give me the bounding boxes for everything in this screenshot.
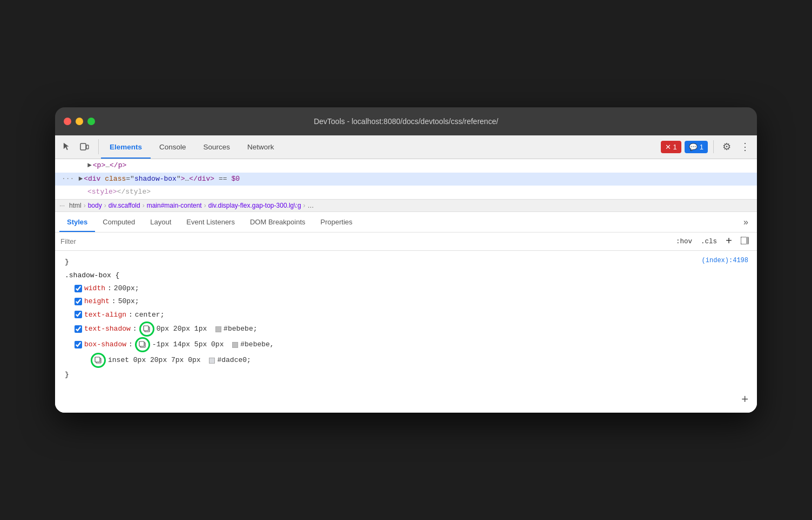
hover-filter-button[interactable]: :hov — [674, 237, 694, 247]
dom-expand-arrow[interactable]: ► — [78, 174, 83, 185]
css-prop-row-width[interactable]: width : 200px; — [64, 282, 748, 295]
css-prop-checkbox-text-align[interactable] — [75, 311, 82, 318]
settings-button[interactable]: ⚙ — [719, 139, 734, 154]
css-closing-brace: } — [64, 368, 748, 381]
css-prop-row-box-shadow[interactable]: box-shadow : -1px 14px 5px 0px #beb — [64, 337, 748, 368]
css-prop-name-text-shadow: text-shadow — [84, 323, 131, 335]
svg-rect-9 — [95, 357, 100, 362]
main-tab-bar: Elements Console Sources Network — [101, 135, 661, 159]
add-style-button[interactable]: + — [723, 234, 734, 249]
svg-rect-7 — [139, 341, 144, 346]
css-selector-row[interactable]: .shadow-box { — [64, 269, 748, 282]
tab-properties[interactable]: Properties — [313, 212, 360, 232]
css-prop-name-height: height — [84, 295, 110, 307]
css-prop-name-width: width — [84, 282, 105, 295]
dom-row-selected[interactable]: ··· ► <div class="shadow-box" > … </div>… — [55, 173, 757, 186]
css-prop-value-box-shadow-inset[interactable]: inset 0px 20px 7px 0px — [108, 354, 201, 366]
filter-bar: :hov .cls + — [55, 232, 757, 251]
tab-elements[interactable]: Elements — [101, 135, 151, 159]
breadcrumb-item-main[interactable]: main#main-content — [147, 202, 202, 209]
toolbar-icons — [59, 139, 99, 154]
css-area: (index):4198 } .shadow-box { width : 200… — [55, 251, 757, 413]
green-circle-box-shadow — [135, 337, 150, 352]
tab-layout[interactable]: Layout — [143, 212, 179, 232]
css-prop-value-text-shadow-color[interactable]: #bebebe; — [224, 323, 257, 335]
green-circle-box-shadow2 — [91, 353, 106, 368]
minimize-button[interactable] — [76, 118, 83, 125]
copy-icon-text-shadow-wrap[interactable] — [139, 321, 154, 337]
css-prop-value-box-shadow-nums1[interactable]: -1px 14px 5px 0px — [152, 338, 224, 351]
close-button[interactable] — [64, 118, 71, 125]
error-icon: ✕ — [665, 143, 671, 151]
css-prop-value-box-shadow-color1[interactable]: #bebebe, — [240, 338, 274, 351]
add-rule-button[interactable]: + — [741, 392, 748, 406]
filter-input[interactable] — [60, 237, 674, 245]
css-prop-value-height[interactable]: 50px; — [118, 295, 139, 307]
copy-icon-box-shadow-wrap[interactable] — [135, 337, 150, 352]
dom-row[interactable]: <style></style> — [55, 186, 757, 199]
tab-computed[interactable]: Computed — [95, 212, 143, 232]
breadcrumb-dots: ··· — [59, 202, 65, 209]
breadcrumb-item-div[interactable]: div.display-flex.gap-top-300.lg\:g — [208, 202, 301, 209]
svg-rect-5 — [144, 326, 148, 331]
css-prop-value-width[interactable]: 200px; — [114, 282, 139, 295]
filter-actions: :hov .cls + — [674, 234, 752, 249]
tab-styles[interactable]: Styles — [59, 212, 95, 232]
toolbar-divider — [713, 140, 714, 153]
chat-icon: 💬 — [689, 143, 698, 151]
css-prop-value-text-shadow-nums[interactable]: 0px 20px 1px — [157, 323, 207, 335]
css-prop-row-text-align[interactable]: text-align : center; — [64, 309, 748, 321]
color-swatch-box-shadow1[interactable] — [232, 342, 238, 348]
css-prop-checkbox-width[interactable] — [75, 285, 82, 292]
maximize-button[interactable] — [87, 118, 95, 125]
css-selector: .shadow-box { — [65, 269, 119, 282]
css-prop-name-text-align: text-align — [84, 309, 126, 321]
css-prop-row-box-shadow-line2: inset 0px 20px 7px 0px #dadce0; — [64, 353, 748, 368]
css-prop-checkbox-height[interactable] — [75, 298, 82, 305]
copy-icon-box-shadow2-wrap[interactable] — [91, 353, 106, 368]
styles-tabbar: Styles Computed Layout Event Listeners D… — [55, 212, 757, 232]
breadcrumb-item-scaffold[interactable]: div.scaffold — [109, 202, 140, 209]
breadcrumb-item-html[interactable]: html — [69, 202, 82, 209]
tab-dom-breakpoints[interactable]: DOM Breakpoints — [242, 212, 313, 232]
traffic-lights — [64, 118, 95, 125]
dom-tree: ► <p>…</p> ··· ► <div class="shadow-box"… — [55, 159, 757, 199]
styles-tab-more[interactable]: » — [739, 217, 753, 227]
css-prop-row-text-shadow[interactable]: text-shadow : 0px 20px 1px #bebebe; — [64, 321, 748, 337]
breadcrumb-more[interactable]: … — [308, 202, 314, 209]
svg-rect-3 — [746, 237, 748, 244]
tab-event-listeners[interactable]: Event Listeners — [179, 212, 242, 232]
cls-filter-button[interactable]: .cls — [699, 237, 719, 247]
tab-sources[interactable]: Sources — [195, 135, 239, 159]
css-prop-value-box-shadow-color2[interactable]: #dadce0; — [217, 354, 251, 366]
tab-console[interactable]: Console — [151, 135, 195, 159]
collapse-button[interactable] — [739, 236, 752, 248]
devtools-panel: Elements Console Sources Network ✕ 1 — [55, 135, 757, 413]
window-title: DevTools - localhost:8080/docs/devtools/… — [314, 117, 498, 126]
css-prop-name-box-shadow: box-shadow — [84, 338, 126, 351]
svg-rect-0 — [80, 143, 86, 150]
css-source-link[interactable]: (index):4198 — [702, 255, 748, 267]
css-prop-checkbox-box-shadow[interactable] — [75, 341, 82, 348]
css-prop-row-box-shadow-line1: box-shadow : -1px 14px 5px 0px #beb — [64, 337, 748, 352]
green-circle-text-shadow — [139, 321, 154, 337]
breadcrumb-bar: ··· html › body › div.scaffold › main#ma… — [55, 199, 757, 212]
css-preceding-brace: } — [64, 256, 748, 268]
css-prop-value-text-align[interactable]: center; — [135, 309, 165, 321]
tab-network[interactable]: Network — [239, 135, 283, 159]
dom-dots: ··· — [62, 174, 74, 185]
dom-row[interactable]: ► <p>…</p> — [55, 159, 757, 173]
color-swatch-box-shadow2[interactable] — [209, 358, 215, 364]
main-toolbar: Elements Console Sources Network ✕ 1 — [55, 135, 757, 159]
breadcrumb-item-body[interactable]: body — [88, 202, 102, 209]
info-badge-button[interactable]: 💬 1 — [685, 141, 708, 153]
color-swatch-text-shadow[interactable] — [215, 326, 221, 332]
inspect-element-button[interactable] — [59, 139, 75, 154]
more-options-button[interactable]: ⋮ — [737, 139, 753, 154]
dom-expand-arrow[interactable]: ► — [87, 160, 92, 172]
css-prop-row-height[interactable]: height : 50px; — [64, 295, 748, 307]
css-prop-checkbox-text-shadow[interactable] — [75, 325, 82, 333]
svg-rect-1 — [86, 145, 89, 149]
device-toolbar-button[interactable] — [77, 139, 92, 154]
error-badge-button[interactable]: ✕ 1 — [661, 141, 681, 153]
